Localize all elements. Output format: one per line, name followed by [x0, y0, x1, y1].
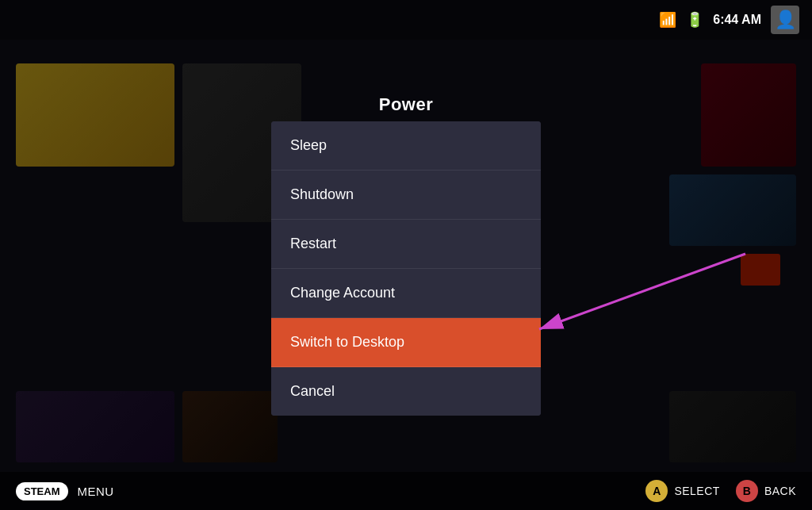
menu-item-cancel[interactable]: Cancel — [271, 367, 541, 416]
menu-item-sleep[interactable]: Sleep — [271, 121, 541, 171]
power-menu: Sleep Shutdown Restart Change Account Sw… — [271, 121, 541, 416]
power-title: Power — [379, 94, 434, 115]
menu-item-restart[interactable]: Restart — [271, 220, 541, 269]
power-container: Power Sleep Shutdown Restart Change Acco… — [271, 94, 541, 416]
menu-item-switch-to-desktop[interactable]: Switch to Desktop — [271, 318, 541, 367]
menu-item-shutdown[interactable]: Shutdown — [271, 171, 541, 220]
power-modal: Power Sleep Shutdown Restart Change Acco… — [0, 0, 812, 510]
menu-item-change-account[interactable]: Change Account — [271, 269, 541, 318]
